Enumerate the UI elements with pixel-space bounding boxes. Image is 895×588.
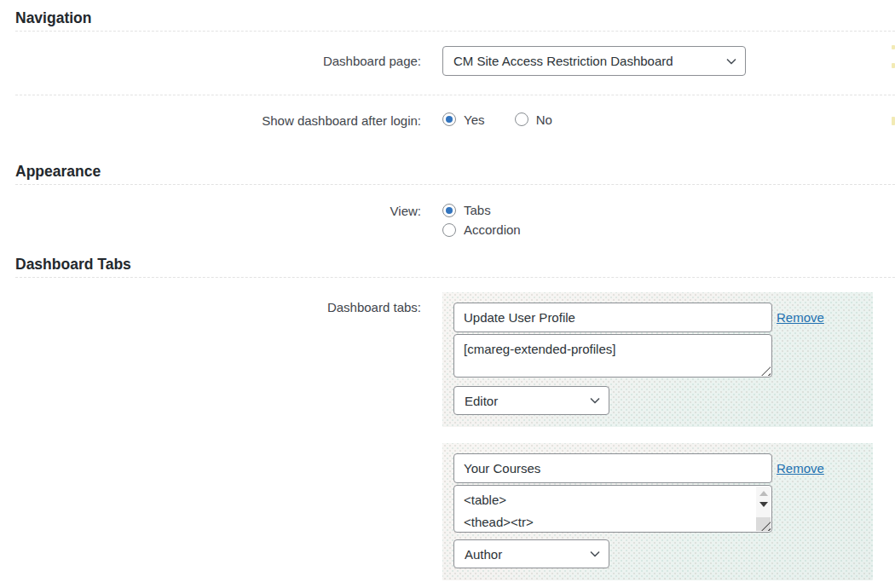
section-title-dashboard-tabs: Dashboard Tabs bbox=[15, 257, 895, 278]
section-title-appearance: Appearance bbox=[15, 164, 895, 185]
radio-unchecked-icon bbox=[515, 112, 528, 126]
show-dashboard-yes-radio[interactable]: Yes bbox=[442, 112, 484, 127]
view-label: View: bbox=[15, 200, 421, 220]
chevron-down-icon bbox=[725, 55, 737, 67]
view-accordion-radio[interactable]: Accordion bbox=[442, 220, 521, 239]
dashboard-page-select[interactable]: CM Site Access Restriction Dashboard bbox=[442, 46, 746, 76]
row-dashboard-tabs: Dashboard tabs: Remove [cmareg-extended-… bbox=[15, 292, 895, 580]
tab-role-select[interactable]: Author bbox=[453, 539, 609, 568]
tab-title-row: Remove bbox=[453, 303, 862, 332]
show-dashboard-yes-label: Yes bbox=[464, 112, 484, 127]
view-accordion-label: Accordion bbox=[464, 222, 521, 237]
tab-content-wrap: [cmareg-extended-profiles] bbox=[453, 334, 772, 378]
tab-role-select-value: Editor bbox=[465, 394, 498, 408]
scroll-down-icon[interactable] bbox=[759, 502, 768, 507]
scroll-up-icon[interactable] bbox=[759, 491, 768, 496]
tab-content-textarea[interactable]: <table> <thead><tr> bbox=[453, 485, 772, 533]
dashboard-page-label: Dashboard page: bbox=[15, 52, 421, 70]
tab-content-textarea[interactable]: [cmareg-extended-profiles] bbox=[453, 334, 772, 378]
row-dashboard-page: Dashboard page: CM Site Access Restricti… bbox=[15, 46, 895, 95]
tab-title-row: Remove bbox=[453, 453, 862, 483]
tab-title-input[interactable] bbox=[453, 453, 772, 483]
dashboard-tab-item-2: Remove <table> <thead><tr> Author bbox=[442, 443, 873, 580]
dashboard-page-select-value: CM Site Access Restriction Dashboard bbox=[453, 54, 673, 68]
show-dashboard-no-label: No bbox=[536, 112, 552, 127]
tab-title-input[interactable] bbox=[453, 303, 772, 332]
chevron-down-icon bbox=[589, 395, 601, 406]
remove-tab-link[interactable]: Remove bbox=[777, 310, 824, 325]
show-dashboard-no-radio[interactable]: No bbox=[515, 112, 552, 127]
show-dashboard-radio-group: Yes No bbox=[442, 112, 552, 130]
radio-unchecked-icon bbox=[442, 223, 456, 237]
view-radio-group: Tabs Accordion bbox=[442, 200, 521, 239]
view-tabs-radio[interactable]: Tabs bbox=[442, 200, 521, 220]
row-view: View: Tabs Accordion bbox=[15, 200, 895, 239]
tab-role-select[interactable]: Editor bbox=[453, 386, 609, 415]
dashboard-page-control: CM Site Access Restriction Dashboard bbox=[442, 46, 746, 76]
remove-tab-link[interactable]: Remove bbox=[777, 461, 824, 476]
show-dashboard-label: Show dashboard after login: bbox=[15, 112, 421, 130]
dashboard-tabs-list: Remove [cmareg-extended-profiles] Editor… bbox=[442, 292, 873, 580]
radio-checked-icon bbox=[442, 112, 456, 126]
row-show-dashboard-after-login: Show dashboard after login: Yes No bbox=[15, 112, 895, 130]
dashboard-tabs-label: Dashboard tabs: bbox=[15, 292, 421, 316]
tab-content-wrap: <table> <thead><tr> bbox=[453, 485, 772, 533]
settings-page: Navigation Dashboard page: CM Site Acces… bbox=[0, 0, 895, 580]
tab-role-select-value: Author bbox=[465, 547, 502, 562]
radio-checked-icon bbox=[442, 204, 456, 217]
view-tabs-label: Tabs bbox=[464, 203, 491, 217]
section-title-navigation: Navigation bbox=[15, 10, 895, 32]
chevron-down-icon bbox=[589, 548, 601, 560]
dashboard-tab-item-1: Remove [cmareg-extended-profiles] Editor bbox=[442, 292, 873, 427]
